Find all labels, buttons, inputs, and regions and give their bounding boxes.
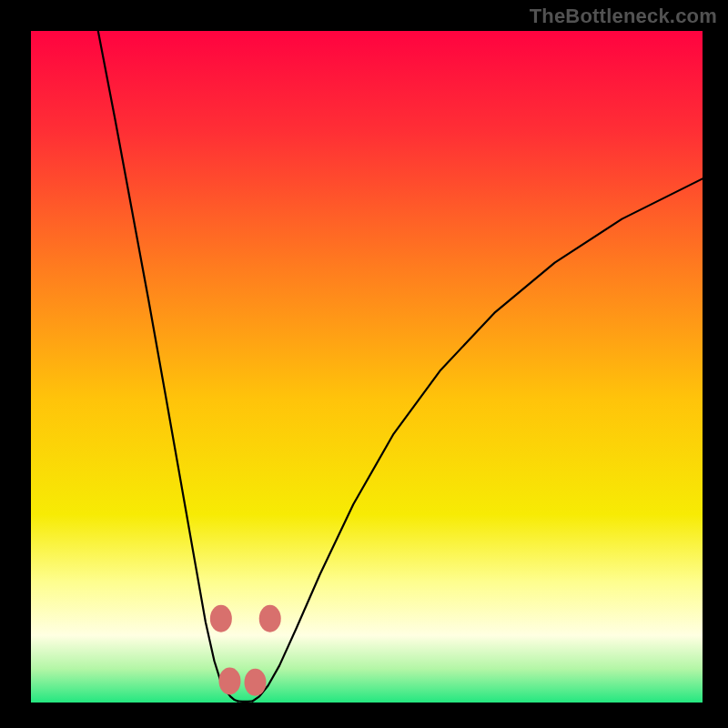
- chart-root: TheBottleneck.com: [0, 0, 728, 728]
- marker-inflection-left-upper: [210, 605, 232, 632]
- chart-background: [31, 31, 703, 703]
- marker-inflection-right-upper: [259, 605, 281, 632]
- chart-svg: [31, 31, 703, 703]
- attribution-watermark: TheBottleneck.com: [530, 5, 717, 28]
- marker-inflection-right-lower: [244, 669, 266, 696]
- marker-inflection-left-lower: [218, 667, 240, 694]
